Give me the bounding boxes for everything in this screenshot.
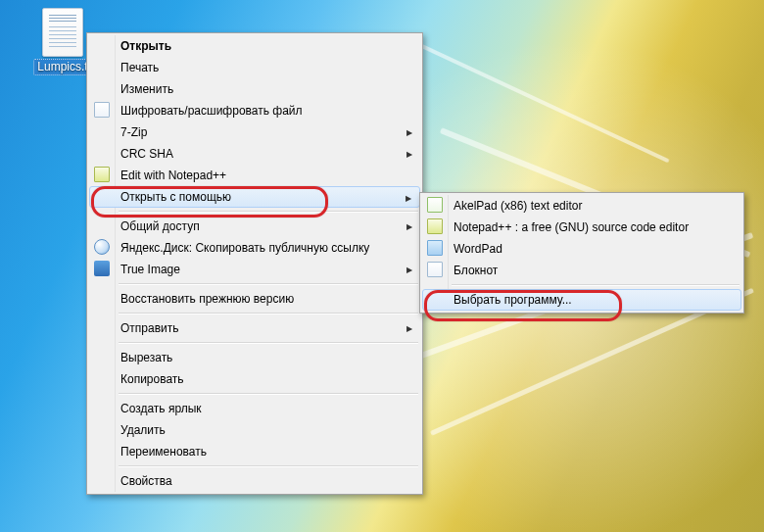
- menu-separator: [119, 313, 418, 314]
- menu-separator: [119, 465, 418, 467]
- desktop-file-label: Lumpics.t: [33, 59, 92, 75]
- menu-separator: [119, 393, 418, 395]
- menu-crc-sha[interactable]: CRC SHA: [89, 143, 420, 165]
- menu-yandex-disk[interactable]: Яндекс.Диск: Скопировать публичную ссылк…: [89, 237, 420, 259]
- yandex-disk-icon: [94, 239, 110, 255]
- menu-cut[interactable]: Вырезать: [89, 347, 420, 368]
- desktop[interactable]: Lumpics.t Открыть Печать Изменить Шифров…: [0, 0, 764, 532]
- submenu-notepadpp[interactable]: Notepad++ : a free (GNU) source code edi…: [422, 217, 741, 238]
- menu-edit[interactable]: Изменить: [89, 78, 420, 100]
- decoration: [410, 39, 670, 163]
- encrypt-icon: [94, 102, 110, 118]
- menu-separator: [119, 211, 418, 213]
- menu-create-shortcut[interactable]: Создать ярлык: [89, 398, 420, 419]
- menu-share[interactable]: Общий доступ: [89, 216, 420, 237]
- menu-edit-notepadpp[interactable]: Edit with Notepad++: [89, 165, 420, 186]
- menu-separator: [119, 283, 418, 285]
- submenu-wordpad[interactable]: WordPad: [422, 238, 741, 260]
- menu-send-to[interactable]: Отправить: [89, 317, 420, 339]
- menu-delete[interactable]: Удалить: [89, 419, 420, 441]
- submenu-akelpad[interactable]: AkelPad (x86) text editor: [422, 195, 741, 217]
- notepadpp-icon: [427, 218, 443, 234]
- menu-separator: [452, 284, 740, 286]
- menu-7zip[interactable]: 7-Zip: [89, 121, 420, 143]
- text-file-icon: [42, 8, 83, 57]
- open-with-submenu: AkelPad (x86) text editor Notepad++ : a …: [419, 192, 744, 314]
- menu-open-with[interactable]: Открыть с помощью: [89, 186, 420, 208]
- menu-true-image[interactable]: True Image: [89, 259, 420, 280]
- true-image-icon: [94, 261, 110, 276]
- menu-encrypt[interactable]: Шифровать/расшифровать файл: [89, 100, 420, 121]
- submenu-notepad[interactable]: Блокнот: [422, 260, 741, 281]
- menu-open[interactable]: Открыть: [89, 35, 420, 57]
- menu-properties[interactable]: Свойства: [89, 470, 420, 492]
- menu-separator: [119, 342, 418, 344]
- menu-print[interactable]: Печать: [89, 57, 420, 78]
- notepad-icon: [427, 262, 443, 277]
- menu-rename[interactable]: Переименовать: [89, 441, 420, 462]
- notepadpp-icon: [94, 167, 110, 182]
- wordpad-icon: [427, 240, 443, 256]
- context-menu: Открыть Печать Изменить Шифровать/расшиф…: [86, 32, 423, 495]
- desktop-file[interactable]: Lumpics.t: [33, 8, 92, 75]
- menu-copy[interactable]: Копировать: [89, 368, 420, 390]
- menu-restore-version[interactable]: Восстановить прежнюю версию: [89, 288, 420, 310]
- submenu-choose-program[interactable]: Выбрать программу...: [422, 289, 741, 311]
- akelpad-icon: [427, 197, 443, 213]
